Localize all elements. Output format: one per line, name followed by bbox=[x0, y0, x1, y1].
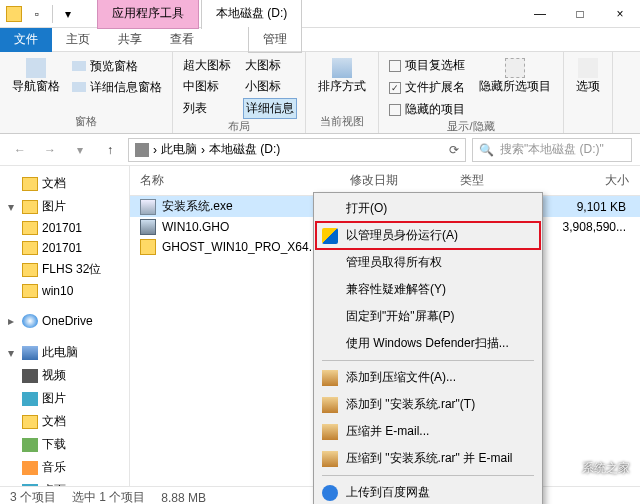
archive-icon bbox=[322, 451, 338, 467]
cm-add-archive[interactable]: 添加到压缩文件(A)... bbox=[316, 364, 540, 391]
ribbon-group-panes: 导航窗格 预览窗格 详细信息窗格 窗格 bbox=[0, 52, 173, 133]
folder-app-icon bbox=[6, 6, 22, 22]
ribbon-group-layout: 超大图标 大图标 中图标 小图标 列表 详细信息 布局 bbox=[173, 52, 306, 133]
nav-tree[interactable]: 文档 ▾图片 201701 201701 FLHS 32位 win10 ▸One… bbox=[0, 166, 130, 486]
column-type[interactable]: 类型 bbox=[450, 166, 540, 195]
breadcrumb-thispc[interactable]: 此电脑 bbox=[161, 141, 197, 158]
layout-large-icons[interactable]: 大图标 bbox=[243, 56, 297, 75]
status-count: 3 个项目 bbox=[10, 489, 56, 504]
tree-item-docs[interactable]: 文档 bbox=[0, 172, 129, 195]
minimize-button[interactable]: — bbox=[520, 0, 560, 28]
window-controls: — □ × bbox=[520, 0, 640, 28]
menu-file[interactable]: 文件 bbox=[0, 28, 52, 52]
column-name[interactable]: 名称 bbox=[130, 166, 340, 195]
recent-dropdown[interactable]: ▾ bbox=[68, 138, 92, 162]
ribbon-label-layout: 布局 bbox=[181, 119, 297, 134]
archive-icon bbox=[322, 370, 338, 386]
search-icon: 🔍 bbox=[479, 143, 494, 157]
menu-view[interactable]: 查看 bbox=[156, 27, 208, 52]
item-checkbox-toggle[interactable]: 项目复选框 bbox=[387, 56, 467, 75]
cm-email[interactable]: 压缩并 E-mail... bbox=[316, 418, 540, 445]
tree-item-thispc[interactable]: ▾此电脑 bbox=[0, 341, 129, 364]
breadcrumb-drive[interactable]: 本地磁盘 (D:) bbox=[209, 141, 280, 158]
layout-medium-icons[interactable]: 中图标 bbox=[181, 77, 233, 96]
ribbon-label-view: 当前视图 bbox=[314, 114, 370, 129]
cm-take-ownership[interactable]: 管理员取得所有权 bbox=[316, 249, 540, 276]
status-size: 8.88 MB bbox=[161, 491, 206, 505]
cm-troubleshoot[interactable]: 兼容性疑难解答(Y) bbox=[316, 276, 540, 303]
layout-list[interactable]: 列表 bbox=[181, 98, 233, 119]
context-menu: 打开(O) 以管理员身份运行(A) 管理员取得所有权 兼容性疑难解答(Y) 固定… bbox=[313, 192, 543, 504]
file-name: WIN10.GHO bbox=[162, 220, 229, 234]
tree-item-music[interactable]: 音乐 bbox=[0, 456, 129, 479]
options-button[interactable]: 选项 bbox=[572, 56, 604, 97]
ribbon-group-options: 选项 bbox=[564, 52, 613, 133]
titlebar: ▫ ▾ 应用程序工具 本地磁盘 (D:) — □ × bbox=[0, 0, 640, 28]
tree-item-win10[interactable]: win10 bbox=[0, 281, 129, 301]
sort-button[interactable]: 排序方式 bbox=[314, 56, 370, 97]
cm-add-rar[interactable]: 添加到 "安装系统.rar"(T) bbox=[316, 391, 540, 418]
up-button[interactable]: ↑ bbox=[98, 138, 122, 162]
forward-button[interactable]: → bbox=[38, 138, 62, 162]
fol-icon bbox=[140, 239, 156, 255]
cm-open[interactable]: 打开(O) bbox=[316, 195, 540, 222]
file-name: GHOST_WIN10_PRO_X64... bbox=[162, 240, 319, 254]
refresh-icon[interactable]: ⟳ bbox=[449, 143, 459, 157]
breadcrumb[interactable]: › 此电脑 › 本地磁盘 (D:) ⟳ bbox=[128, 138, 466, 162]
cm-pin-start[interactable]: 固定到"开始"屏幕(P) bbox=[316, 303, 540, 330]
maximize-button[interactable]: □ bbox=[560, 0, 600, 28]
cm-defender[interactable]: 使用 Windows Defender扫描... bbox=[316, 330, 540, 357]
close-button[interactable]: × bbox=[600, 0, 640, 28]
ribbon-label-show: 显示/隐藏 bbox=[387, 119, 555, 134]
ribbon: 导航窗格 预览窗格 详细信息窗格 窗格 超大图标 大图标 中图标 小图标 列表 … bbox=[0, 52, 640, 134]
tree-item-video[interactable]: 视频 bbox=[0, 364, 129, 387]
layout-small-icons[interactable]: 小图标 bbox=[243, 77, 297, 96]
drive-icon bbox=[135, 143, 149, 157]
qat-dropdown-icon[interactable]: ▾ bbox=[59, 5, 77, 23]
search-input[interactable]: 🔍 搜索"本地磁盘 (D:)" bbox=[472, 138, 632, 162]
tree-item-201701a[interactable]: 201701 bbox=[0, 218, 129, 238]
tree-item-downloads[interactable]: 下载 bbox=[0, 433, 129, 456]
tree-item-201701b[interactable]: 201701 bbox=[0, 238, 129, 258]
titlebar-icons: ▫ ▾ bbox=[0, 5, 77, 23]
tree-item-pics[interactable]: ▾图片 bbox=[0, 195, 129, 218]
column-size[interactable]: 大小 bbox=[540, 166, 640, 195]
column-date[interactable]: 修改日期 bbox=[340, 166, 450, 195]
file-ext-toggle[interactable]: 文件扩展名 bbox=[387, 78, 467, 97]
ribbon-group-view: 排序方式 当前视图 bbox=[306, 52, 379, 133]
qat-new-icon[interactable]: ▫ bbox=[28, 5, 46, 23]
exe-icon bbox=[140, 199, 156, 215]
ribbon-label-panes: 窗格 bbox=[8, 114, 164, 129]
contextual-tab-apptools[interactable]: 应用程序工具 bbox=[97, 0, 199, 29]
cloud-icon bbox=[322, 485, 338, 501]
nav-pane-button[interactable]: 导航窗格 bbox=[8, 56, 64, 97]
hidden-items-toggle[interactable]: 隐藏的项目 bbox=[387, 100, 467, 119]
contextual-tabs: 应用程序工具 本地磁盘 (D:) bbox=[97, 0, 302, 29]
cm-rar-email[interactable]: 压缩到 "安装系统.rar" 并 E-mail bbox=[316, 445, 540, 472]
cm-run-as-admin[interactable]: 以管理员身份运行(A) bbox=[316, 222, 540, 249]
tree-item-desktop[interactable]: 桌面 bbox=[0, 479, 129, 486]
cm-separator bbox=[322, 475, 534, 476]
ribbon-group-show: 项目复选框 文件扩展名 隐藏的项目 隐藏所选项目 显示/隐藏 bbox=[379, 52, 564, 133]
cm-baidu-upload[interactable]: 上传到百度网盘 bbox=[316, 479, 540, 504]
menu-home[interactable]: 主页 bbox=[52, 27, 104, 52]
archive-icon bbox=[322, 397, 338, 413]
tree-item-onedrive[interactable]: ▸OneDrive bbox=[0, 311, 129, 331]
preview-pane-button[interactable]: 预览窗格 bbox=[70, 57, 164, 76]
address-bar: ← → ▾ ↑ › 此电脑 › 本地磁盘 (D:) ⟳ 🔍 搜索"本地磁盘 (D… bbox=[0, 134, 640, 166]
details-pane-button[interactable]: 详细信息窗格 bbox=[70, 78, 164, 97]
gho-icon bbox=[140, 219, 156, 235]
layout-details[interactable]: 详细信息 bbox=[243, 98, 297, 119]
back-button[interactable]: ← bbox=[8, 138, 32, 162]
hide-selected-button[interactable]: 隐藏所选项目 bbox=[475, 56, 555, 119]
menubar: 文件 主页 共享 查看 管理 bbox=[0, 28, 640, 52]
tree-item-docs2[interactable]: 文档 bbox=[0, 410, 129, 433]
menu-share[interactable]: 共享 bbox=[104, 27, 156, 52]
cm-separator bbox=[322, 360, 534, 361]
tree-item-pics2[interactable]: 图片 bbox=[0, 387, 129, 410]
tree-item-flhs[interactable]: FLHS 32位 bbox=[0, 258, 129, 281]
layout-xlarge-icons[interactable]: 超大图标 bbox=[181, 56, 233, 75]
menu-manage[interactable]: 管理 bbox=[248, 27, 302, 53]
file-name: 安装系统.exe bbox=[162, 198, 233, 215]
shield-icon bbox=[322, 228, 338, 244]
